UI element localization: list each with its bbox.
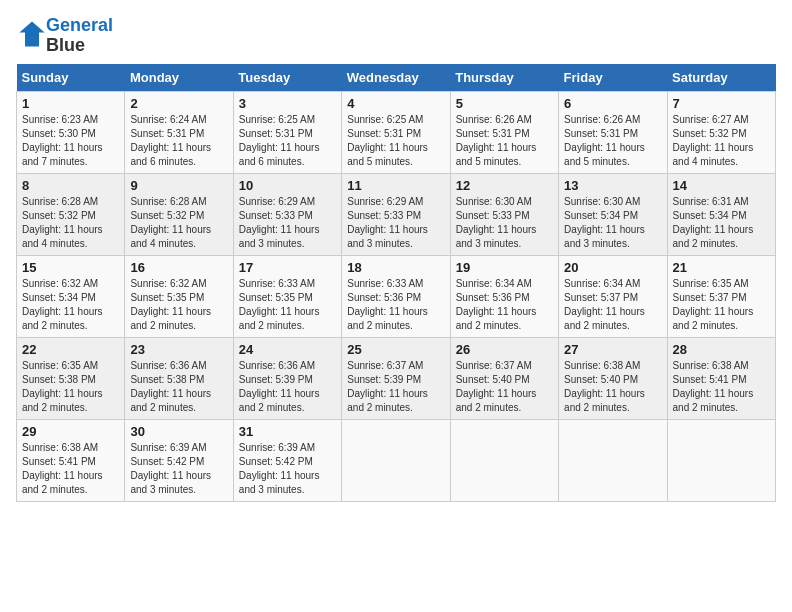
calendar-row-4: 22Sunrise: 6:35 AMSunset: 5:38 PMDayligh… (17, 337, 776, 419)
calendar-cell: 16Sunrise: 6:32 AMSunset: 5:35 PMDayligh… (125, 255, 233, 337)
day-number: 10 (239, 178, 336, 193)
day-info: Sunrise: 6:38 AMSunset: 5:41 PMDaylight:… (22, 442, 103, 495)
calendar-cell: 13Sunrise: 6:30 AMSunset: 5:34 PMDayligh… (559, 173, 667, 255)
logo: GeneralBlue (16, 16, 113, 56)
day-number: 3 (239, 96, 336, 111)
header-friday: Friday (559, 64, 667, 92)
day-number: 26 (456, 342, 553, 357)
day-number: 6 (564, 96, 661, 111)
day-number: 29 (22, 424, 119, 439)
day-info: Sunrise: 6:30 AMSunset: 5:33 PMDaylight:… (456, 196, 537, 249)
calendar-cell: 10Sunrise: 6:29 AMSunset: 5:33 PMDayligh… (233, 173, 341, 255)
calendar-cell: 12Sunrise: 6:30 AMSunset: 5:33 PMDayligh… (450, 173, 558, 255)
calendar-cell: 6Sunrise: 6:26 AMSunset: 5:31 PMDaylight… (559, 91, 667, 173)
calendar-cell: 7Sunrise: 6:27 AMSunset: 5:32 PMDaylight… (667, 91, 775, 173)
calendar-cell: 18Sunrise: 6:33 AMSunset: 5:36 PMDayligh… (342, 255, 450, 337)
calendar-cell: 1Sunrise: 6:23 AMSunset: 5:30 PMDaylight… (17, 91, 125, 173)
day-info: Sunrise: 6:28 AMSunset: 5:32 PMDaylight:… (22, 196, 103, 249)
calendar-cell: 30Sunrise: 6:39 AMSunset: 5:42 PMDayligh… (125, 419, 233, 501)
calendar-cell: 26Sunrise: 6:37 AMSunset: 5:40 PMDayligh… (450, 337, 558, 419)
calendar-cell: 23Sunrise: 6:36 AMSunset: 5:38 PMDayligh… (125, 337, 233, 419)
day-number: 12 (456, 178, 553, 193)
day-number: 16 (130, 260, 227, 275)
logo-text: GeneralBlue (46, 16, 113, 56)
calendar-cell: 28Sunrise: 6:38 AMSunset: 5:41 PMDayligh… (667, 337, 775, 419)
day-number: 5 (456, 96, 553, 111)
day-info: Sunrise: 6:38 AMSunset: 5:41 PMDaylight:… (673, 360, 754, 413)
calendar-cell: 4Sunrise: 6:25 AMSunset: 5:31 PMDaylight… (342, 91, 450, 173)
day-info: Sunrise: 6:33 AMSunset: 5:35 PMDaylight:… (239, 278, 320, 331)
calendar-cell: 19Sunrise: 6:34 AMSunset: 5:36 PMDayligh… (450, 255, 558, 337)
day-info: Sunrise: 6:30 AMSunset: 5:34 PMDaylight:… (564, 196, 645, 249)
calendar-row-1: 1Sunrise: 6:23 AMSunset: 5:30 PMDaylight… (17, 91, 776, 173)
day-info: Sunrise: 6:29 AMSunset: 5:33 PMDaylight:… (239, 196, 320, 249)
day-number: 11 (347, 178, 444, 193)
calendar-cell: 2Sunrise: 6:24 AMSunset: 5:31 PMDaylight… (125, 91, 233, 173)
calendar-row-2: 8Sunrise: 6:28 AMSunset: 5:32 PMDaylight… (17, 173, 776, 255)
day-number: 4 (347, 96, 444, 111)
day-number: 9 (130, 178, 227, 193)
day-number: 19 (456, 260, 553, 275)
page-header: GeneralBlue (16, 16, 776, 56)
header-saturday: Saturday (667, 64, 775, 92)
day-number: 31 (239, 424, 336, 439)
day-number: 25 (347, 342, 444, 357)
calendar-cell: 31Sunrise: 6:39 AMSunset: 5:42 PMDayligh… (233, 419, 341, 501)
day-info: Sunrise: 6:26 AMSunset: 5:31 PMDaylight:… (564, 114, 645, 167)
calendar-cell: 21Sunrise: 6:35 AMSunset: 5:37 PMDayligh… (667, 255, 775, 337)
logo-icon (18, 20, 46, 48)
day-info: Sunrise: 6:32 AMSunset: 5:35 PMDaylight:… (130, 278, 211, 331)
day-info: Sunrise: 6:35 AMSunset: 5:38 PMDaylight:… (22, 360, 103, 413)
day-number: 7 (673, 96, 770, 111)
day-info: Sunrise: 6:25 AMSunset: 5:31 PMDaylight:… (239, 114, 320, 167)
calendar-row-5: 29Sunrise: 6:38 AMSunset: 5:41 PMDayligh… (17, 419, 776, 501)
day-info: Sunrise: 6:34 AMSunset: 5:37 PMDaylight:… (564, 278, 645, 331)
day-number: 20 (564, 260, 661, 275)
day-number: 21 (673, 260, 770, 275)
day-info: Sunrise: 6:32 AMSunset: 5:34 PMDaylight:… (22, 278, 103, 331)
calendar-cell: 17Sunrise: 6:33 AMSunset: 5:35 PMDayligh… (233, 255, 341, 337)
day-info: Sunrise: 6:39 AMSunset: 5:42 PMDaylight:… (130, 442, 211, 495)
day-number: 2 (130, 96, 227, 111)
day-info: Sunrise: 6:27 AMSunset: 5:32 PMDaylight:… (673, 114, 754, 167)
day-info: Sunrise: 6:23 AMSunset: 5:30 PMDaylight:… (22, 114, 103, 167)
day-number: 28 (673, 342, 770, 357)
day-info: Sunrise: 6:35 AMSunset: 5:37 PMDaylight:… (673, 278, 754, 331)
calendar-cell: 15Sunrise: 6:32 AMSunset: 5:34 PMDayligh… (17, 255, 125, 337)
day-number: 14 (673, 178, 770, 193)
day-info: Sunrise: 6:39 AMSunset: 5:42 PMDaylight:… (239, 442, 320, 495)
calendar-cell (667, 419, 775, 501)
day-number: 18 (347, 260, 444, 275)
calendar-table: SundayMondayTuesdayWednesdayThursdayFrid… (16, 64, 776, 502)
calendar-cell (342, 419, 450, 501)
day-info: Sunrise: 6:25 AMSunset: 5:31 PMDaylight:… (347, 114, 428, 167)
day-number: 13 (564, 178, 661, 193)
calendar-cell: 29Sunrise: 6:38 AMSunset: 5:41 PMDayligh… (17, 419, 125, 501)
day-number: 22 (22, 342, 119, 357)
calendar-cell: 9Sunrise: 6:28 AMSunset: 5:32 PMDaylight… (125, 173, 233, 255)
calendar-header-row: SundayMondayTuesdayWednesdayThursdayFrid… (17, 64, 776, 92)
header-sunday: Sunday (17, 64, 125, 92)
header-monday: Monday (125, 64, 233, 92)
calendar-cell: 11Sunrise: 6:29 AMSunset: 5:33 PMDayligh… (342, 173, 450, 255)
day-number: 27 (564, 342, 661, 357)
day-number: 23 (130, 342, 227, 357)
calendar-cell: 14Sunrise: 6:31 AMSunset: 5:34 PMDayligh… (667, 173, 775, 255)
calendar-cell: 27Sunrise: 6:38 AMSunset: 5:40 PMDayligh… (559, 337, 667, 419)
day-number: 1 (22, 96, 119, 111)
header-wednesday: Wednesday (342, 64, 450, 92)
calendar-cell: 3Sunrise: 6:25 AMSunset: 5:31 PMDaylight… (233, 91, 341, 173)
day-info: Sunrise: 6:38 AMSunset: 5:40 PMDaylight:… (564, 360, 645, 413)
calendar-cell (450, 419, 558, 501)
calendar-cell: 22Sunrise: 6:35 AMSunset: 5:38 PMDayligh… (17, 337, 125, 419)
calendar-cell (559, 419, 667, 501)
calendar-cell: 24Sunrise: 6:36 AMSunset: 5:39 PMDayligh… (233, 337, 341, 419)
day-info: Sunrise: 6:31 AMSunset: 5:34 PMDaylight:… (673, 196, 754, 249)
day-info: Sunrise: 6:37 AMSunset: 5:39 PMDaylight:… (347, 360, 428, 413)
header-thursday: Thursday (450, 64, 558, 92)
day-number: 8 (22, 178, 119, 193)
calendar-cell: 8Sunrise: 6:28 AMSunset: 5:32 PMDaylight… (17, 173, 125, 255)
header-tuesday: Tuesday (233, 64, 341, 92)
day-info: Sunrise: 6:26 AMSunset: 5:31 PMDaylight:… (456, 114, 537, 167)
svg-marker-0 (19, 21, 44, 46)
